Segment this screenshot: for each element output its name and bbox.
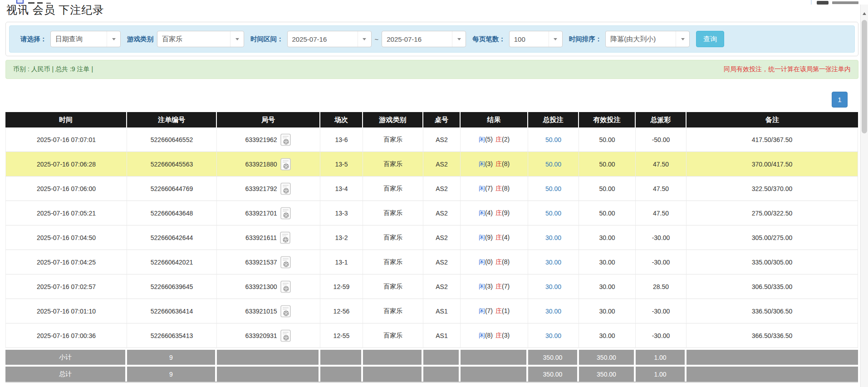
cell-game-type: 百家乐 [363,225,423,250]
cell-note: 335.00/305.00 [687,250,858,274]
total-cell-valid-bet: 350.00 [579,365,636,382]
page-size-select[interactable]: 100 [509,31,563,47]
round-id-text: 633921537 [245,259,277,266]
round-id-group: 633921701 [245,207,291,220]
cell-payout: -30.00 [636,299,687,323]
date-from-select[interactable]: 2025-07-16 [287,31,372,47]
result-player-label: 闲 [479,258,485,265]
scrollbar-thumb[interactable] [862,20,867,133]
query-type-label: 请选择： [20,35,47,44]
total-cell-round-id [217,365,320,382]
chevron-down-icon [452,31,466,47]
video-file-icon[interactable] [280,158,292,171]
notice-text: 同局有效投注，统一计算在该局第一张注单内 [724,65,851,73]
cell-round-id: 633921300 [217,274,320,299]
video-file-icon[interactable] [280,133,292,146]
total-bet-link[interactable]: 50.00 [545,185,561,192]
video-file-icon[interactable] [280,305,292,318]
chevron-down-icon [358,31,371,47]
cell-result: 闲(3)庄(8) [461,152,528,176]
round-id-group: 633921015 [245,305,291,318]
cell-total-bet: 50.00 [528,127,579,152]
main-content: 视讯 会员 下注纪录 请选择： 日期查询 游戏类别 百家乐 时间区间： 2025… [5,3,858,382]
total-bet-link[interactable]: 50.00 [545,210,561,217]
table-row[interactable]: 2025-07-16 07:07:01522660646552633921962… [5,127,858,152]
cell-bet-id: 522660646552 [127,127,217,152]
round-id-text: 633920931 [245,332,277,339]
total-bet-link[interactable]: 50.00 [545,161,561,168]
cell-payout: 28.50 [636,274,687,299]
time-range-label: 时间区间： [250,35,284,44]
table-row[interactable]: 2025-07-16 07:05:21522660643648633921701… [5,201,858,225]
subtotal-cell-round-id [217,348,320,365]
column-header-bet-id: 注单编号 [127,112,217,127]
video-file-icon[interactable] [280,182,292,195]
table-row[interactable]: 2025-07-16 07:04:25522660642021633921537… [5,250,858,274]
table-row[interactable]: 2025-07-16 07:00:36522660635413633920931… [5,323,858,348]
result-player-score: (5) [485,136,493,143]
cell-table-no: AS1 [423,299,461,323]
result-player-label: 闲 [479,209,485,216]
column-header-table-no: 桌号 [423,112,461,127]
cell-note: 305.00/275.00 [687,225,858,250]
cell-total-bet: 30.00 [528,323,579,348]
cell-result: 闲(3)庄(7) [461,274,528,299]
total-bet-link[interactable]: 30.00 [545,259,561,266]
video-file-icon[interactable] [280,256,292,269]
page-button-1[interactable]: 1 [832,92,848,108]
cell-valid-bet: 30.00 [579,274,636,299]
cell-game-type: 百家乐 [363,299,423,323]
table-row[interactable]: 2025-07-16 07:01:10522660636414633921015… [5,299,858,323]
result-banker-label: 庄 [495,160,502,167]
time-sort-value: 降冪(由大到小) [610,35,656,44]
total-cell-note [687,365,858,382]
video-file-icon[interactable] [280,329,292,342]
cell-note: 370.00/417.50 [687,152,858,176]
game-type-select[interactable]: 百家乐 [157,31,244,47]
query-type-select[interactable]: 日期查询 [50,31,121,47]
total-bet-link[interactable]: 50.00 [545,136,561,143]
subtotal-cell-game-type [363,348,423,365]
video-file-icon[interactable] [280,280,292,293]
cell-table-no: AS2 [423,274,461,299]
search-button[interactable]: 查询 [696,31,724,47]
round-id-group: 633921611 [245,231,291,244]
cell-game-type: 百家乐 [363,152,423,176]
time-sort-select[interactable]: 降冪(由大到小) [605,31,690,47]
total-bet-link[interactable]: 30.00 [545,283,561,290]
cell-valid-bet: 30.00 [579,225,636,250]
cell-total-bet: 50.00 [528,176,579,201]
result-banker-label: 庄 [495,136,502,143]
column-header-payout: 总派彩 [636,112,687,127]
result-player-label: 闲 [479,307,485,314]
scrollbar-up-icon[interactable] [861,10,868,17]
cell-payout: -30.00 [636,225,687,250]
cell-note: 275.00/322.50 [687,201,858,225]
header-row: 时间注单编号局号场次游戏类别桌号结果总投注有效投注总派彩备注 [5,112,858,127]
cell-round-id: 633921701 [217,201,320,225]
round-id-group: 633921300 [245,280,291,293]
table-row[interactable]: 2025-07-16 07:06:28522660645563633921880… [5,152,858,176]
table-row[interactable]: 2025-07-16 07:04:50522660642644633921611… [5,225,858,250]
round-id-group: 633921792 [245,182,291,195]
time-sort-label: 时间排序： [569,35,602,44]
total-bet-link[interactable]: 30.00 [545,234,561,241]
cell-result: 闲(9)庄(4) [461,225,528,250]
video-file-icon[interactable] [280,207,292,220]
total-bet-link[interactable]: 30.00 [545,332,561,339]
total-bet-link[interactable]: 30.00 [545,308,561,315]
video-file-icon[interactable] [280,231,291,244]
round-id-text: 633921792 [245,185,277,192]
result-banker-score: (8) [502,160,510,167]
table-row[interactable]: 2025-07-16 07:06:00522660644769633921792… [5,176,858,201]
cell-time: 2025-07-16 07:02:57 [5,274,127,299]
cell-table-no: AS2 [423,201,461,225]
currency-total-text: 币别 : 人民币 | 总共 :9 注单 | [13,65,93,73]
subtotal-cell-bet-id: 9 [127,348,217,365]
table-row[interactable]: 2025-07-16 07:02:57522660639645633921300… [5,274,858,299]
date-to-select[interactable]: 2025-07-16 [382,31,466,47]
subtotal-cell-valid-bet: 350.00 [579,348,636,365]
vertical-scrollbar[interactable] [860,5,868,387]
cell-time: 2025-07-16 07:05:21 [5,201,127,225]
subtotal-cell-payout: 1.00 [636,348,687,365]
